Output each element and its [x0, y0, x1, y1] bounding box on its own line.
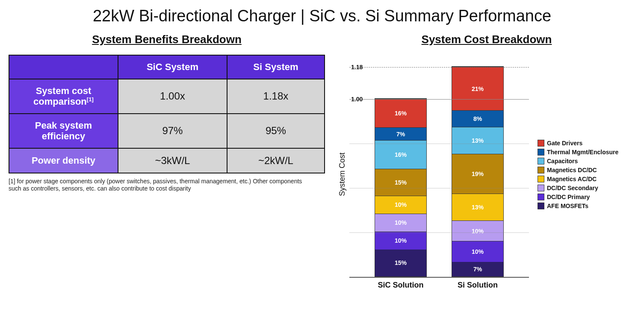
legend-label: DC/DC Secondary: [547, 185, 598, 191]
table-cell: 1.00x: [118, 79, 227, 114]
bar-segment: 13%: [452, 194, 503, 220]
bar-segment: 10%: [375, 196, 426, 214]
table-row-label: System cost comparison[1]: [9, 79, 118, 114]
x-label: Si Solution: [452, 281, 503, 290]
legend-item: DC/DC Secondary: [538, 185, 618, 191]
bar-segment: 10%: [452, 220, 503, 241]
benefits-subtitle: System Benefits Breakdown: [9, 33, 325, 46]
legend-label: DC/DC Primary: [547, 194, 590, 200]
legend-item: Thermal Mgmt/Enclosure: [538, 149, 618, 156]
legend-swatch: [538, 185, 544, 191]
legend-label: Magnetics DC/DC: [547, 167, 597, 173]
legend: Gate DriversThermal Mgmt/EnclosureCapaci…: [538, 138, 618, 211]
col-sic: SiC System: [118, 55, 227, 79]
bar-segment: 19%: [452, 154, 503, 193]
footnote: [1] for power stage components only (pow…: [9, 178, 308, 193]
gridline: [349, 99, 529, 100]
table-row-label: Peak system efficiency: [9, 114, 118, 148]
legend-label: Gate Drivers: [547, 140, 582, 147]
legend-label: Thermal Mgmt/Enclosure: [547, 149, 618, 156]
legend-swatch: [538, 149, 544, 156]
legend-label: Capacitors: [547, 158, 578, 164]
legend-swatch: [538, 203, 544, 209]
table-cell: 97%: [118, 114, 227, 148]
bar-segment: 21%: [452, 67, 503, 110]
benefits-table: SiC System Si System System cost compari…: [9, 55, 325, 173]
legend-item: Magnetics DC/DC: [538, 167, 618, 173]
legend-item: AFE MOSFETs: [538, 203, 618, 209]
cost-subtitle: System Cost Breakdown: [338, 33, 635, 46]
legend-swatch: [538, 167, 544, 173]
table-row-label: Power density: [9, 148, 118, 173]
bar: 15%10%10%10%15%16%7%16%: [375, 98, 427, 277]
table-cell: ~3kW/L: [118, 148, 227, 173]
bar-segment: 15%: [375, 169, 426, 196]
bar-segment: 16%: [375, 140, 426, 169]
bar-segment: 10%: [375, 232, 426, 250]
legend-label: Magnetics AC/DC: [547, 176, 597, 182]
table-cell: 1.18x: [227, 79, 325, 114]
bar-segment: 7%: [452, 262, 503, 276]
bar-segment: 10%: [375, 214, 426, 232]
legend-swatch: [538, 158, 544, 164]
y-axis-label: System Cost: [338, 153, 347, 196]
gridline: [349, 67, 529, 68]
legend-label: AFE MOSFETs: [547, 203, 588, 209]
page-title: 22kW Bi-directional Charger | SiC vs. Si…: [9, 7, 635, 25]
y-tick: 1.18: [351, 64, 363, 70]
legend-swatch: [538, 176, 544, 182]
col-si: Si System: [227, 55, 325, 79]
legend-item: DC/DC Primary: [538, 194, 618, 200]
table-cell: 95%: [227, 114, 325, 148]
legend-item: Gate Drivers: [538, 140, 618, 147]
bar-segment: 15%: [375, 250, 426, 276]
legend-swatch: [538, 194, 544, 200]
table-corner: [9, 55, 118, 79]
bar-segment: 8%: [452, 110, 503, 127]
bar-segment: 16%: [375, 99, 426, 127]
cost-chart: System Cost 15%10%10%10%15%16%7%16%7%10%…: [338, 55, 635, 294]
legend-item: Magnetics AC/DC: [538, 176, 618, 182]
legend-swatch: [538, 140, 544, 147]
bar-segment: 7%: [375, 127, 426, 140]
x-label: SiC Solution: [375, 281, 426, 290]
bar: 7%10%10%13%19%13%8%21%: [452, 66, 504, 277]
legend-item: Capacitors: [538, 158, 618, 164]
bar-segment: 13%: [452, 127, 503, 154]
table-cell: ~2kW/L: [227, 148, 325, 173]
y-tick: 1.00: [351, 96, 363, 103]
bar-segment: 10%: [452, 241, 503, 262]
